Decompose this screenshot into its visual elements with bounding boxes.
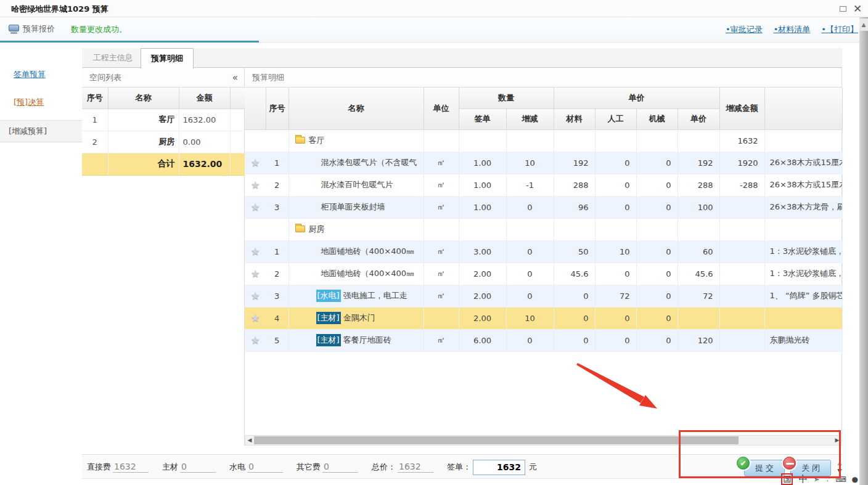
link-material-list[interactable]: •材料清单 bbox=[774, 24, 811, 35]
space-list-title: 空间列表 bbox=[89, 73, 121, 82]
link-approval-record[interactable]: •审批记录 bbox=[726, 24, 763, 35]
sign-amount-input[interactable] bbox=[473, 460, 525, 475]
ime-country-indicator[interactable]: 国 bbox=[781, 473, 793, 485]
folder-icon bbox=[295, 137, 305, 144]
ime-dot-icon[interactable]: ● bbox=[852, 475, 858, 484]
col-name: 名称 bbox=[108, 88, 179, 108]
hydro-electric-badge: [水电] bbox=[316, 290, 341, 302]
sign-amount-label: 签单： bbox=[447, 462, 471, 473]
col-favorite bbox=[245, 88, 266, 129]
budget-detail-table: 序号 名称 单位 数量 单价 增减金额 签单 增减 材料 人工 机械 单价 客厅… bbox=[245, 88, 843, 352]
link-print[interactable]: •【打印】 bbox=[821, 24, 858, 35]
tab-strip: 工程主信息 预算明细 bbox=[82, 48, 842, 68]
favorite-star-icon[interactable] bbox=[250, 157, 260, 169]
sidebar-item-change-budget[interactable]: [增减预算] bbox=[0, 120, 82, 142]
space-list-panel: 空间列表 « 序号 名称 金额 1 客厅 1632.00 2 厨房 0.00 合… bbox=[82, 68, 245, 446]
ime-language-bar[interactable]: 国 中 ➣ ∵ ⌨ ● bbox=[781, 473, 858, 485]
scroll-left-icon[interactable] bbox=[245, 436, 254, 445]
main-material-badge: [主材] bbox=[316, 334, 341, 346]
favorite-star-icon[interactable] bbox=[250, 312, 260, 324]
table-row[interactable]: 1 客厅 1632.00 bbox=[82, 108, 245, 131]
scroll-up-icon[interactable] bbox=[859, 18, 868, 31]
ime-lang-indicator[interactable]: 中 bbox=[798, 473, 808, 485]
other-fee-label: 其它费 bbox=[297, 462, 321, 473]
favorite-star-icon[interactable] bbox=[250, 290, 260, 302]
main-material-badge: [主材] bbox=[316, 312, 341, 324]
table-row[interactable]: 3 柜顶单面夹板封墙 ㎡ 1.00 0 96 0 0 100 26×38木方龙骨… bbox=[245, 196, 842, 218]
table-row[interactable]: 3 [水电]强电施工，电工走 ㎡ 2.00 0 0 72 0 72 1、 “鸽牌… bbox=[245, 285, 842, 307]
table-row[interactable]: 1 地面铺地砖（400×400㎜ ㎡ 3.00 0 50 10 0 60 1：3… bbox=[245, 240, 842, 263]
col-material: 材料 bbox=[554, 108, 595, 129]
vertical-scrollbar[interactable] bbox=[859, 17, 868, 485]
scroll-right-icon[interactable] bbox=[833, 436, 841, 445]
close-icon[interactable]: ✕ bbox=[852, 3, 863, 14]
favorite-star-icon[interactable] bbox=[250, 179, 260, 191]
group-row[interactable]: 客厅 1632 bbox=[245, 129, 842, 152]
window-titlebar: 哈密绿地世界城1029 预算 ✕ bbox=[0, 0, 868, 17]
sidebar: 签单预算 [预]决算 [增减预算] bbox=[0, 43, 82, 485]
table-row[interactable]: 2 厨房 0.00 bbox=[82, 131, 245, 153]
sidebar-item-sign-budget[interactable]: 签单预算 bbox=[14, 69, 82, 80]
tab-budget-detail[interactable]: 预算明细 bbox=[141, 48, 194, 68]
col-change-amount: 增减金额 bbox=[719, 88, 764, 129]
favorite-star-icon[interactable] bbox=[250, 245, 260, 258]
spin-up-icon[interactable] bbox=[835, 460, 844, 467]
maximize-icon[interactable] bbox=[837, 3, 848, 14]
col-remark bbox=[764, 88, 842, 129]
favorite-star-icon[interactable] bbox=[250, 334, 260, 346]
table-row-selected[interactable]: 4 [主材]金隅木门 2.00 10 0 0 0 bbox=[245, 307, 842, 329]
ime-punct-icon[interactable]: ∵ bbox=[825, 475, 830, 484]
other-fee-value: 0 bbox=[322, 462, 358, 473]
status-message: 数量更改成功。 bbox=[71, 24, 127, 35]
currency-label: 元 bbox=[529, 462, 537, 473]
space-table-header-row: 序号 名称 金额 bbox=[82, 88, 245, 108]
scrollbar-thumb[interactable] bbox=[254, 436, 739, 444]
table-row[interactable]: 5 [主材]客餐厅地面砖 ㎡ 6.00 0 0 0 0 120 东鹏抛光砖 bbox=[245, 329, 842, 351]
submit-button[interactable]: 提 交 bbox=[744, 460, 785, 476]
footer-totals-bar: 直接费 1632 主材 0 水电 0 其它费 0 总价： 1632 签单： 元 … bbox=[82, 454, 842, 479]
main-material-value: 0 bbox=[180, 462, 216, 473]
minus-circle-icon bbox=[783, 457, 796, 470]
monitor-icon bbox=[9, 25, 19, 34]
table-row[interactable]: 1 混水漆包暖气片（不含暖气 ㎡ 1.00 10 192 0 0 192 192… bbox=[245, 152, 842, 174]
table-row[interactable]: 2 混水漆百叶包暖气片 ㎡ 1.00 -1 288 0 0 288 -288 2… bbox=[245, 174, 842, 196]
col-qty-sign: 签单 bbox=[459, 108, 506, 129]
tab-project-info[interactable]: 工程主信息 bbox=[86, 48, 140, 68]
ime-pointer-icon[interactable]: ➣ bbox=[813, 475, 819, 484]
col-machine: 机械 bbox=[636, 108, 678, 129]
hydro-label: 水电 bbox=[229, 462, 245, 473]
col-seq: 序号 bbox=[266, 88, 289, 129]
favorite-star-icon[interactable] bbox=[250, 201, 260, 213]
sidebar-item-final-account[interactable]: [预]决算 bbox=[14, 97, 82, 108]
space-total-row: 合计 1632.00 bbox=[82, 153, 245, 175]
favorite-star-icon[interactable] bbox=[250, 267, 260, 280]
module-indicator: 预算报价 bbox=[9, 23, 55, 35]
col-labor: 人工 bbox=[595, 108, 636, 129]
check-circle-icon bbox=[737, 457, 750, 470]
col-unit: 单位 bbox=[424, 88, 459, 129]
col-name: 名称 bbox=[289, 88, 424, 129]
direct-fee-value: 1632 bbox=[113, 462, 149, 473]
col-spacer bbox=[230, 88, 245, 108]
space-table: 序号 名称 金额 1 客厅 1632.00 2 厨房 0.00 合计 1632.… bbox=[82, 88, 245, 176]
group-row[interactable]: 厨房 bbox=[245, 218, 842, 240]
col-amount: 金额 bbox=[179, 88, 230, 108]
module-label: 预算报价 bbox=[23, 23, 55, 35]
col-seq: 序号 bbox=[82, 88, 108, 108]
budget-detail-title: 预算明细 bbox=[252, 73, 284, 82]
collapse-panel-icon[interactable]: « bbox=[232, 68, 238, 88]
ime-keyboard-icon[interactable]: ⌨ bbox=[835, 475, 846, 484]
col-qty-change: 增减 bbox=[506, 108, 554, 129]
budget-detail-panel: 预算明细 序号 名称 单位 数量 单价 增减金额 签单 增减 材料 人工 机械 … bbox=[245, 68, 842, 446]
table-row[interactable]: 2 地面铺地砖（400×400㎜ ㎡ 2.00 0 45.6 0 0 45.6 … bbox=[245, 263, 842, 285]
space-list-header: 空间列表 « bbox=[82, 68, 244, 88]
main-material-label: 主材 bbox=[162, 462, 178, 473]
folder-icon bbox=[295, 226, 305, 232]
horizontal-scrollbar[interactable] bbox=[245, 435, 842, 446]
total-price-label: 总价： bbox=[372, 462, 396, 473]
detail-header-row-1: 序号 名称 单位 数量 单价 增减金额 bbox=[245, 88, 842, 108]
direct-fee-label: 直接费 bbox=[87, 462, 111, 473]
toolbar-links: •审批记录 •材料清单 •【打印】 bbox=[726, 24, 858, 35]
toolbar: 预算报价 数量更改成功。 •审批记录 •材料清单 •【打印】 bbox=[0, 17, 868, 43]
col-qty-group: 数量 bbox=[459, 88, 554, 108]
